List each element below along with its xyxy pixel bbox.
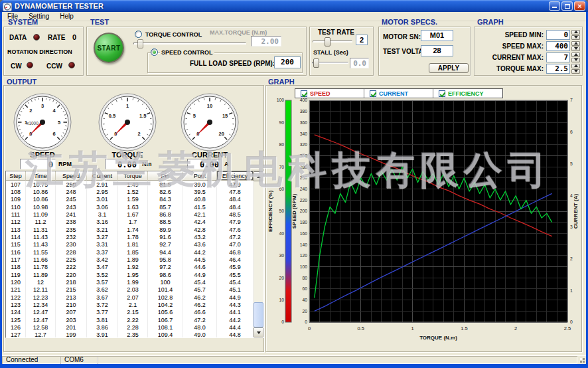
table-header-current[interactable]: Current	[87, 171, 118, 181]
test-rate-slider[interactable]	[313, 37, 352, 46]
data-label: DATA	[9, 34, 27, 41]
table-row[interactable]: 11711.662253.421.8995.844.546.4	[6, 256, 263, 263]
torque-max-up-button[interactable]	[571, 64, 580, 68]
scroll-down-button[interactable]	[254, 327, 263, 337]
current-max-up-button[interactable]	[571, 52, 580, 57]
table-row[interactable]: 12712.71993.912.35109.449.044.8	[6, 331, 263, 338]
table-cell: 44.8	[217, 331, 254, 338]
current-checkbox[interactable]	[370, 90, 376, 97]
speed-min-up-button[interactable]	[571, 30, 580, 35]
table-header-step[interactable]: Step	[6, 171, 26, 181]
table-row[interactable]: 10910.862453.011.5984.340.848.4	[6, 196, 263, 203]
slider-thumb[interactable]	[325, 37, 331, 46]
table-row[interactable]: 10710.752502.911.4981.539.047.9	[6, 181, 263, 188]
table-header-torque[interactable]: Torque	[118, 171, 148, 181]
test-rate-input[interactable]: 2	[356, 35, 368, 45]
graph-settings-rows: SPEED MIN:0SPEED MAX:400CURRENT MAX:7TOR…	[477, 29, 580, 74]
setting-row-torque-max: TORQUE MAX:2.5	[477, 63, 580, 74]
table-cell: 125	[6, 316, 26, 323]
torque-gauge-label: TORQUE	[98, 151, 157, 159]
speed-min-down-button[interactable]	[571, 35, 580, 40]
table-header-pout[interactable]: Pout	[183, 171, 217, 181]
svg-text:60: 60	[302, 286, 307, 291]
torque-control-radio[interactable]	[135, 31, 142, 38]
svg-text:360: 360	[300, 120, 308, 125]
slider-thumb[interactable]	[313, 58, 319, 68]
apply-button[interactable]: APPLY	[429, 63, 469, 73]
svg-text:7: 7	[570, 98, 573, 102]
current-readout: 0.00	[187, 159, 222, 169]
table-row[interactable]: 12512.472033.812.22106.747.244.2	[6, 316, 263, 323]
svg-text:80: 80	[302, 276, 307, 280]
table-cell: 3.47	[87, 264, 118, 271]
table-header-pin[interactable]: Pin	[148, 171, 183, 181]
slider-thumb[interactable]	[137, 39, 143, 48]
table-scrollbar[interactable]	[254, 171, 263, 337]
efficiency-axis-label: EFFICIENCY (%)	[267, 191, 273, 232]
table-cell: 45.5	[217, 271, 254, 278]
table-row[interactable]: 11411.432323.271.7891.643.247.2	[6, 233, 263, 240]
speed-min-value[interactable]: 0	[546, 30, 570, 40]
close-button[interactable]: ×	[574, 1, 585, 11]
table-row[interactable]: 11611.552283.371.8594.444.246.8	[6, 248, 263, 256]
efficiency-color-scale	[285, 100, 291, 322]
scroll-up-button[interactable]	[254, 171, 263, 181]
table-row[interactable]: 11311.312353.211.7489.942.847.6	[6, 226, 263, 233]
svg-text:60: 60	[279, 187, 284, 191]
full-load-speed-input[interactable]: 200	[274, 56, 301, 68]
torque-max-down-button[interactable]	[571, 69, 580, 74]
table-cell: 3.37	[87, 248, 118, 256]
table-row[interactable]: 11211.22383.161.788.542.447.9	[6, 219, 263, 226]
test-voltage-input[interactable]: 28	[421, 45, 453, 56]
menu-help[interactable]: Help	[54, 12, 79, 21]
table-cell: 44.5	[183, 256, 217, 263]
table-header-time[interactable]: Time	[26, 171, 56, 181]
stall-label: STALL (Sec)	[313, 49, 348, 56]
torque-max-value[interactable]: 2.5	[546, 64, 570, 74]
table-row[interactable]: 12112.112153.622.03101.445.745.1	[6, 286, 263, 294]
table-row[interactable]: 120122183.571.9910045.445.4	[6, 278, 263, 286]
efficiency-checkbox[interactable]	[439, 90, 445, 97]
table-cell: 46.6	[183, 309, 217, 316]
table-cell: 3.86	[87, 323, 118, 331]
resize-grip[interactable]	[577, 356, 586, 364]
table-row[interactable]: 11811.782223.471.9297.244.645.9	[6, 264, 263, 271]
speed-max-down-button[interactable]	[571, 46, 580, 51]
speed-control-radio[interactable]	[151, 48, 158, 56]
max-torque-slider[interactable]	[133, 39, 246, 48]
table-row[interactable]: 12412.472073.772.15105.646.644.1	[6, 309, 263, 316]
table-header-efficiency[interactable]: Efficiency	[217, 171, 254, 181]
svg-text:120: 120	[300, 253, 308, 258]
speed-max-value[interactable]: 400	[546, 41, 570, 51]
speed-checkbox[interactable]	[301, 90, 307, 97]
table-cell: 11.89	[26, 271, 56, 278]
table-row[interactable]: 10810.862482.951.5282.639.547.8	[6, 188, 263, 195]
scrollbar-thumb[interactable]	[254, 302, 263, 327]
table-cell: 12.7	[26, 331, 56, 338]
table-row[interactable]: 11911.892203.521.9598.644.945.5	[6, 271, 263, 278]
table-row[interactable]: 11010.982433.061.6385.741.548.4	[6, 203, 263, 211]
start-button[interactable]: START	[94, 33, 124, 63]
current-max-value[interactable]: 7	[546, 52, 570, 62]
table-cell: 47.8	[217, 188, 254, 195]
table-row[interactable]: 12312.342103.722.1104.246.244.3	[6, 301, 263, 308]
table-cell: 94.4	[148, 248, 183, 256]
minimize-button[interactable]	[549, 1, 560, 11]
current-axis-label: CURRENT (A)	[573, 193, 579, 229]
table-row[interactable]: 12612.582013.862.28108.148.044.4	[6, 323, 263, 331]
speed-control-label: SPEED CONTROL	[160, 49, 214, 56]
table-row[interactable]: 11511.432303.311.8192.743.647.0	[6, 241, 263, 248]
table-cell: 245	[56, 196, 87, 203]
stall-slider[interactable]	[312, 58, 348, 68]
maximize-button[interactable]	[561, 1, 573, 11]
table-cell: 109.4	[148, 331, 183, 338]
table-cell: 122	[6, 294, 26, 301]
current-gauge-dial: 05101520	[181, 93, 239, 151]
table-cell: 1.67	[118, 211, 148, 218]
table-row[interactable]: 12212.232133.672.07102.846.244.9	[6, 294, 263, 301]
speed-max-up-button[interactable]	[571, 41, 580, 46]
table-row[interactable]: 11111.092413.11.6786.842.148.5	[6, 211, 263, 218]
current-max-down-button[interactable]	[571, 58, 580, 62]
motor-sn-input[interactable]: M01	[421, 30, 453, 41]
table-header-speed[interactable]: Speed	[56, 171, 87, 181]
